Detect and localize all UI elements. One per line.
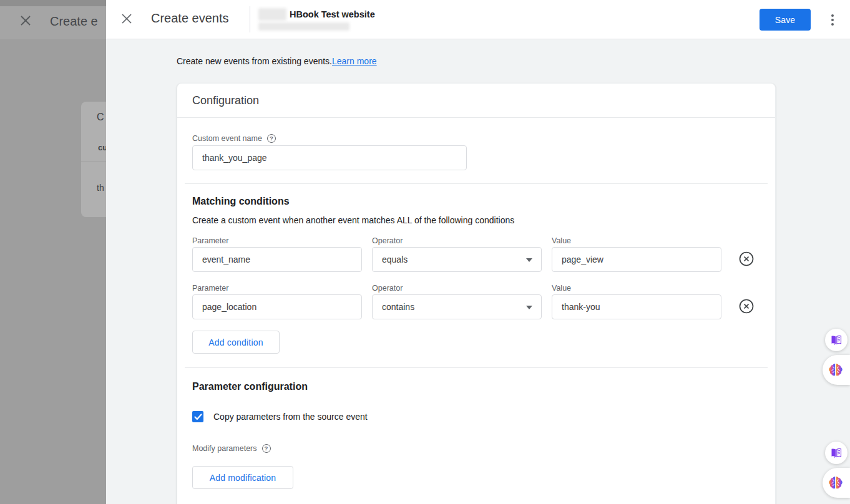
configuration-card: Configuration Custom event name ? Matchi… <box>177 83 776 504</box>
parameter-input[interactable] <box>192 294 362 319</box>
copy-parameters-label: Copy parameters from the source event <box>213 412 368 422</box>
reader-extension-button[interactable] <box>825 442 848 464</box>
backdrop-close-icon <box>20 15 31 26</box>
ai-assistant-extension-button[interactable] <box>823 355 850 385</box>
parameter-column-label: Parameter <box>192 236 362 245</box>
reader-extension-button[interactable] <box>825 329 848 351</box>
backdrop-text-fragment: th <box>97 183 104 193</box>
chevron-down-icon <box>526 306 532 309</box>
remove-condition-icon[interactable] <box>738 298 755 314</box>
brain-icon <box>828 362 844 378</box>
value-input[interactable] <box>552 247 721 272</box>
brain-icon <box>828 475 844 491</box>
create-events-panel: Create events HBook Test website Save Cr… <box>106 0 850 504</box>
redacted-property-id <box>258 22 349 31</box>
save-button[interactable]: Save <box>760 9 811 31</box>
matching-conditions-description: Create a custom event when another event… <box>192 215 514 225</box>
page-title: Create events <box>151 11 229 26</box>
copy-parameters-row: Copy parameters from the source event <box>192 411 368 422</box>
custom-event-name-label: Custom event name ? <box>192 134 276 143</box>
close-button[interactable] <box>120 12 134 26</box>
panel-header: Create events HBook Test website Save <box>106 0 850 39</box>
value-input[interactable] <box>552 294 721 319</box>
learn-more-link[interactable]: Learn more <box>332 56 377 66</box>
more-options-icon[interactable] <box>825 11 840 29</box>
parameter-configuration-title: Parameter configuration <box>192 381 308 392</box>
panel-body: Create new events from existing events.L… <box>106 39 850 504</box>
copy-parameters-checkbox[interactable] <box>192 411 203 422</box>
configuration-title: Configuration <box>192 94 259 107</box>
chevron-down-icon <box>526 258 532 262</box>
backdrop-dialog-title: Create e <box>50 14 98 29</box>
book-icon <box>830 447 843 459</box>
operator-column-label: Operator <box>372 284 542 293</box>
custom-event-name-input[interactable] <box>192 145 467 170</box>
add-condition-button[interactable]: Add condition <box>192 331 280 354</box>
backdrop-text-fragment: C <box>97 112 104 123</box>
modify-parameters-label: Modify parameters ? <box>192 444 271 453</box>
help-icon[interactable]: ? <box>262 444 271 453</box>
header-divider <box>250 6 250 32</box>
card-divider <box>185 183 768 184</box>
operator-select[interactable]: contains <box>372 294 542 319</box>
intro-text: Create new events from existing events.L… <box>177 56 377 66</box>
ai-assistant-extension-button[interactable] <box>823 468 850 498</box>
intro-description: Create new events from existing events. <box>177 56 332 66</box>
card-divider <box>177 117 775 118</box>
property-name: HBook Test website <box>290 9 375 19</box>
operator-select[interactable]: equals <box>372 247 542 272</box>
book-icon <box>830 334 843 346</box>
redacted-account-id <box>258 8 286 21</box>
help-icon[interactable]: ? <box>267 134 276 143</box>
parameter-input[interactable] <box>192 247 362 272</box>
matching-conditions-title: Matching conditions <box>192 196 290 207</box>
operator-column-label: Operator <box>372 236 542 245</box>
condition-row: Parameter Operator equals Value <box>192 236 761 271</box>
remove-condition-icon[interactable] <box>738 251 755 267</box>
value-column-label: Value <box>552 284 721 293</box>
parameter-column-label: Parameter <box>192 284 362 293</box>
add-modification-button[interactable]: Add modification <box>192 466 293 489</box>
condition-row: Parameter Operator contains Value <box>192 284 761 319</box>
card-divider <box>185 367 768 368</box>
value-column-label: Value <box>552 236 721 245</box>
